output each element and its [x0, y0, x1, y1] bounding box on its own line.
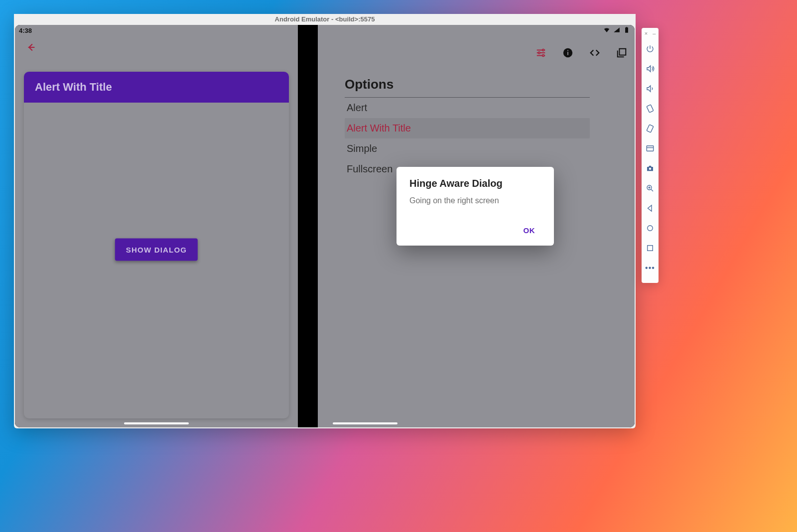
svg-rect-8	[647, 125, 654, 133]
options-panel: Options Alert Alert With Title Simple Fu…	[345, 77, 590, 179]
info-icon[interactable]	[562, 47, 574, 59]
svg-rect-4	[567, 52, 568, 55]
svg-rect-5	[567, 50, 568, 51]
svg-point-1	[538, 52, 540, 54]
emulator-title: Android Emulator - <build>:5575	[14, 14, 636, 25]
status-icons	[603, 26, 631, 35]
nav-overview-icon[interactable]	[642, 238, 659, 258]
rotate-right-icon[interactable]	[642, 119, 659, 138]
svg-point-12	[648, 226, 653, 231]
svg-rect-6	[619, 49, 626, 55]
nav-indicator-right	[333, 422, 398, 424]
svg-point-2	[542, 55, 544, 57]
tune-icon[interactable]	[535, 47, 547, 59]
toolbar-minimize-icon[interactable]: –	[653, 31, 656, 36]
screenshot-folder-icon[interactable]	[642, 138, 659, 158]
toolbar-close-icon[interactable]: ×	[645, 31, 648, 36]
svg-rect-7	[647, 105, 654, 113]
option-simple[interactable]: Simple	[345, 138, 590, 159]
right-pane: Options Alert Alert With Title Simple Fu…	[318, 25, 635, 427]
hinge-dialog: Hinge Aware Dialog Going on the right sc…	[397, 167, 554, 246]
options-title: Options	[345, 77, 590, 98]
left-card: Alert With Title SHOW DIALOG	[24, 72, 289, 418]
zoom-icon[interactable]	[642, 178, 659, 198]
top-toolbar	[535, 47, 628, 59]
dialog-body: Going on the right screen	[409, 196, 541, 205]
device-frame: 4:38	[15, 25, 635, 427]
dialog-ok-button[interactable]: OK	[518, 222, 541, 239]
power-icon[interactable]	[642, 39, 659, 59]
status-clock: 4:38	[19, 27, 32, 34]
option-alert[interactable]: Alert	[345, 98, 590, 118]
back-arrow-icon[interactable]	[26, 42, 37, 55]
more-icon[interactable]: •••	[642, 258, 659, 278]
card-title: Alert With Title	[24, 72, 289, 103]
status-bar: 4:38	[15, 25, 635, 36]
nav-indicator-left	[124, 422, 189, 424]
svg-rect-13	[648, 246, 653, 251]
emulator-side-toolbar: × – •••	[642, 28, 659, 283]
svg-rect-9	[647, 146, 654, 151]
code-icon[interactable]	[589, 47, 601, 59]
signal-icon	[613, 26, 621, 35]
nav-back-icon[interactable]	[642, 198, 659, 218]
volume-down-icon[interactable]	[642, 79, 659, 99]
emulator-window: Android Emulator - <build>:5575 4:38	[14, 14, 636, 428]
nav-home-icon[interactable]	[642, 218, 659, 238]
dialog-title: Hinge Aware Dialog	[409, 178, 541, 189]
volume-up-icon[interactable]	[642, 59, 659, 79]
option-alert-with-title[interactable]: Alert With Title	[345, 118, 590, 138]
left-pane: Alert With Title SHOW DIALOG	[15, 25, 318, 427]
library-icon[interactable]	[616, 47, 628, 59]
camera-icon[interactable]	[642, 158, 659, 178]
rotate-left-icon[interactable]	[642, 99, 659, 119]
svg-point-0	[542, 49, 544, 51]
wifi-icon	[603, 26, 611, 35]
svg-point-10	[649, 168, 652, 170]
show-dialog-button[interactable]: SHOW DIALOG	[115, 239, 198, 261]
battery-icon	[623, 26, 631, 35]
